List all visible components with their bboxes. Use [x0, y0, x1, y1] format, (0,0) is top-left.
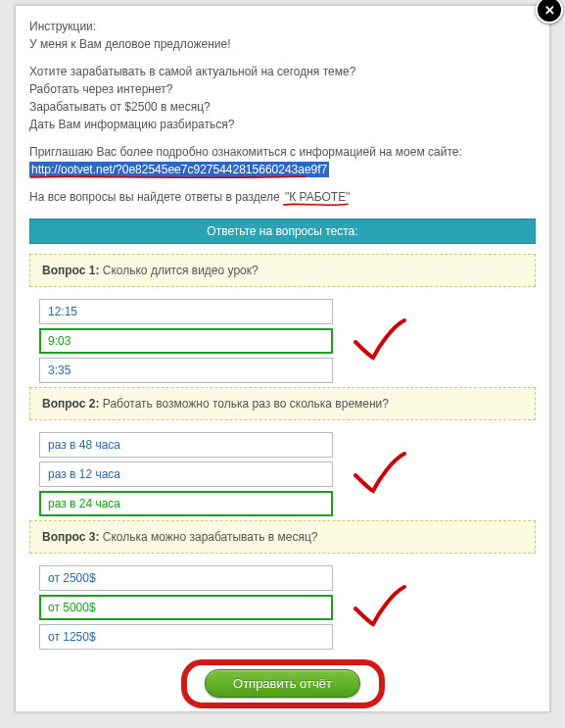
question-box: Вопрос 1: Сколько длится видео урок? [29, 254, 536, 287]
checkmark-icon [350, 450, 408, 499]
answers-group: 12:159:033:35 [29, 299, 536, 383]
page-container: ✕ Инструкции: У меня к Вам деловое предл… [15, 5, 550, 712]
answer-option[interactable]: раз в 48 часа [39, 432, 333, 458]
answers-group: раз в 48 часараз в 12 часараз в 24 часа [29, 432, 536, 516]
answer-option[interactable]: от 2500$ [39, 565, 333, 591]
question-text: Сколька можно зарабатывать в месяц? [99, 530, 317, 544]
close-icon: ✕ [544, 3, 555, 18]
instructions-block: Инструкции: У меня к Вам деловое предлож… [29, 20, 536, 204]
intro-question: Работать через интернет? [29, 82, 536, 96]
answer-option[interactable]: 12:15 [39, 299, 333, 324]
checkmark-icon [350, 316, 408, 365]
submit-wrap: Отправить отчёт [29, 669, 536, 698]
annotation-underline [29, 174, 308, 180]
section-prefix: На все вопросы вы найдете ответы в разде… [29, 190, 283, 204]
question-box: Вопрос 3: Сколька можно зарабатывать в м… [29, 520, 536, 554]
answer-option[interactable]: раз в 24 часа [39, 491, 333, 516]
annotation-underline [283, 202, 350, 208]
answer-option[interactable]: 9:03 [39, 328, 333, 354]
submit-button[interactable]: Отправить отчёт [205, 669, 360, 698]
question-text: Работать возможно толька раз во сколька … [99, 397, 389, 411]
question-label: Вопрос 2: [42, 397, 99, 411]
question-text: Сколько длится видео урок? [99, 264, 258, 277]
quiz-header: Ответьте на вопросы теста: [29, 218, 536, 244]
section-quoted: "К РАБОТЕ" [283, 190, 352, 204]
answer-option[interactable]: от 1250$ [39, 624, 333, 650]
question-label: Вопрос 3: [42, 530, 99, 544]
close-button[interactable]: ✕ [536, 0, 563, 24]
invite-text: Приглашаю Вас более подробно ознакомитьс… [29, 145, 536, 159]
intro-question: Хотите зарабатывать в самой актуальной н… [29, 65, 536, 78]
intro-question: Зарабатывать от $2500 в месяц? [29, 100, 536, 114]
section-row: На все вопросы вы найдете ответы в разде… [29, 190, 536, 204]
question-box: Вопрос 2: Работать возможно толька раз в… [29, 387, 536, 420]
intro-question: Дать Вам информацию разбираться? [29, 118, 536, 131]
answer-option[interactable]: раз в 12 часа [39, 461, 333, 487]
quiz-body: Вопрос 1: Сколько длится видео урок?12:1… [29, 254, 536, 650]
instructions-heading: Инструкции: [29, 20, 536, 33]
checkmark-icon [350, 583, 408, 632]
answer-option[interactable]: от 5000$ [39, 595, 333, 620]
invite-link-wrap: http://ootvet.net/?0e82545ee7c9275442815… [29, 163, 329, 176]
intro-line: У меня к Вам деловое предложение! [29, 37, 536, 51]
answers-group: от 2500$от 5000$от 1250$ [29, 565, 536, 650]
answer-option[interactable]: 3:35 [39, 358, 333, 383]
question-label: Вопрос 1: [42, 264, 99, 277]
